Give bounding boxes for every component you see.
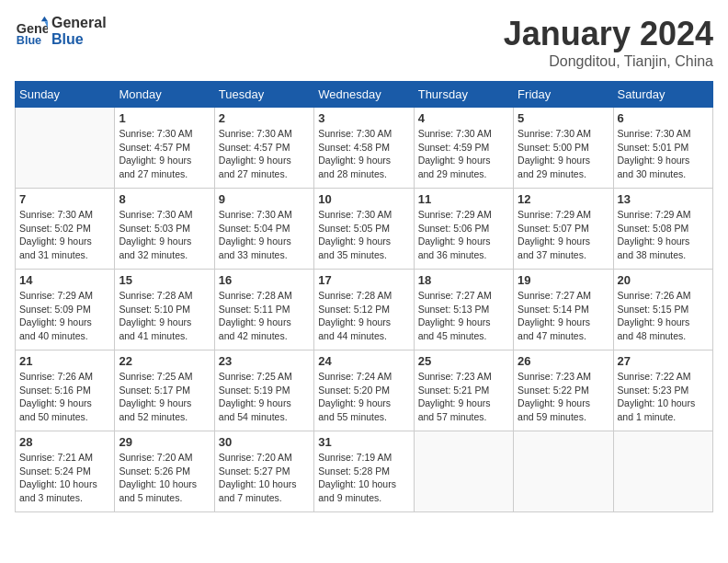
calendar-cell [613, 431, 712, 512]
cell-content: Sunrise: 7:20 AM Sunset: 5:27 PM Dayligh… [219, 451, 310, 505]
cell-content: Sunrise: 7:19 AM Sunset: 5:28 PM Dayligh… [318, 451, 409, 505]
calendar-cell: 12Sunrise: 7:29 AM Sunset: 5:07 PM Dayli… [514, 189, 613, 270]
calendar-cell: 30Sunrise: 7:20 AM Sunset: 5:27 PM Dayli… [214, 431, 313, 512]
calendar-cell: 24Sunrise: 7:24 AM Sunset: 5:20 PM Dayli… [314, 350, 414, 431]
cell-content: Sunrise: 7:30 AM Sunset: 5:00 PM Dayligh… [518, 127, 609, 181]
day-number: 1 [119, 111, 210, 125]
day-number: 4 [418, 111, 509, 125]
header-tuesday: Tuesday [214, 82, 313, 108]
logo-blue: Blue [51, 31, 107, 48]
day-number: 27 [618, 354, 709, 368]
day-number: 6 [618, 111, 709, 125]
cell-content: Sunrise: 7:23 AM Sunset: 5:21 PM Dayligh… [418, 370, 509, 424]
calendar-cell [16, 108, 115, 189]
cell-content: Sunrise: 7:30 AM Sunset: 4:57 PM Dayligh… [219, 127, 310, 181]
logo-icon: General Blue [15, 15, 48, 48]
day-number: 8 [119, 192, 210, 206]
calendar-cell: 29Sunrise: 7:20 AM Sunset: 5:26 PM Dayli… [115, 431, 214, 512]
day-number: 23 [219, 354, 310, 368]
day-number: 2 [219, 111, 310, 125]
calendar-cell: 26Sunrise: 7:23 AM Sunset: 5:22 PM Dayli… [514, 350, 613, 431]
location: Dongditou, Tianjin, China [504, 53, 713, 70]
day-number: 12 [518, 192, 609, 206]
day-number: 30 [219, 435, 310, 449]
cell-content: Sunrise: 7:30 AM Sunset: 5:03 PM Dayligh… [119, 208, 210, 262]
header-monday: Monday [115, 82, 214, 108]
header-wednesday: Wednesday [314, 82, 414, 108]
day-number: 11 [418, 192, 509, 206]
page-header: General Blue General Blue January 2024 D… [15, 15, 713, 70]
calendar-cell: 4Sunrise: 7:30 AM Sunset: 4:59 PM Daylig… [414, 108, 513, 189]
calendar-cell: 10Sunrise: 7:30 AM Sunset: 5:05 PM Dayli… [314, 189, 414, 270]
day-number: 16 [219, 273, 310, 287]
day-number: 24 [318, 354, 409, 368]
calendar-cell: 3Sunrise: 7:30 AM Sunset: 4:58 PM Daylig… [314, 108, 414, 189]
day-number: 14 [19, 273, 110, 287]
calendar-cell: 9Sunrise: 7:30 AM Sunset: 5:04 PM Daylig… [214, 189, 313, 270]
calendar-cell: 23Sunrise: 7:25 AM Sunset: 5:19 PM Dayli… [214, 350, 313, 431]
cell-content: Sunrise: 7:29 AM Sunset: 5:07 PM Dayligh… [518, 208, 609, 262]
calendar-cell: 25Sunrise: 7:23 AM Sunset: 5:21 PM Dayli… [414, 350, 513, 431]
calendar-cell: 5Sunrise: 7:30 AM Sunset: 5:00 PM Daylig… [514, 108, 613, 189]
calendar-cell [514, 431, 613, 512]
calendar-cell: 27Sunrise: 7:22 AM Sunset: 5:23 PM Dayli… [613, 350, 712, 431]
logo: General Blue General Blue [15, 15, 107, 48]
calendar-cell: 31Sunrise: 7:19 AM Sunset: 5:28 PM Dayli… [314, 431, 414, 512]
calendar-week-4: 21Sunrise: 7:26 AM Sunset: 5:16 PM Dayli… [16, 350, 713, 431]
calendar-cell: 13Sunrise: 7:29 AM Sunset: 5:08 PM Dayli… [613, 189, 712, 270]
day-number: 10 [318, 192, 409, 206]
calendar-table: SundayMondayTuesdayWednesdayThursdayFrid… [15, 81, 713, 512]
cell-content: Sunrise: 7:26 AM Sunset: 5:16 PM Dayligh… [19, 370, 110, 424]
cell-content: Sunrise: 7:29 AM Sunset: 5:06 PM Dayligh… [418, 208, 509, 262]
calendar-cell: 2Sunrise: 7:30 AM Sunset: 4:57 PM Daylig… [214, 108, 313, 189]
cell-content: Sunrise: 7:30 AM Sunset: 5:04 PM Dayligh… [219, 208, 310, 262]
day-number: 22 [119, 354, 210, 368]
day-number: 17 [318, 273, 409, 287]
day-number: 19 [518, 273, 609, 287]
cell-content: Sunrise: 7:28 AM Sunset: 5:11 PM Dayligh… [219, 289, 310, 343]
day-number: 29 [119, 435, 210, 449]
cell-content: Sunrise: 7:30 AM Sunset: 5:05 PM Dayligh… [318, 208, 409, 262]
calendar-cell: 28Sunrise: 7:21 AM Sunset: 5:24 PM Dayli… [16, 431, 115, 512]
cell-content: Sunrise: 7:30 AM Sunset: 4:59 PM Dayligh… [418, 127, 509, 181]
calendar-cell: 8Sunrise: 7:30 AM Sunset: 5:03 PM Daylig… [115, 189, 214, 270]
cell-content: Sunrise: 7:21 AM Sunset: 5:24 PM Dayligh… [19, 451, 110, 505]
day-number: 31 [318, 435, 409, 449]
cell-content: Sunrise: 7:30 AM Sunset: 5:01 PM Dayligh… [618, 127, 709, 181]
day-number: 7 [19, 192, 110, 206]
svg-text:Blue: Blue [17, 34, 41, 47]
day-number: 20 [618, 273, 709, 287]
calendar-cell: 17Sunrise: 7:28 AM Sunset: 5:12 PM Dayli… [314, 270, 414, 350]
cell-content: Sunrise: 7:28 AM Sunset: 5:12 PM Dayligh… [318, 289, 409, 343]
cell-content: Sunrise: 7:27 AM Sunset: 5:13 PM Dayligh… [418, 289, 509, 343]
cell-content: Sunrise: 7:30 AM Sunset: 4:57 PM Dayligh… [119, 127, 210, 181]
cell-content: Sunrise: 7:22 AM Sunset: 5:23 PM Dayligh… [618, 370, 709, 424]
calendar-cell: 21Sunrise: 7:26 AM Sunset: 5:16 PM Dayli… [16, 350, 115, 431]
calendar-week-1: 1Sunrise: 7:30 AM Sunset: 4:57 PM Daylig… [16, 108, 713, 189]
header-thursday: Thursday [414, 82, 513, 108]
cell-content: Sunrise: 7:26 AM Sunset: 5:15 PM Dayligh… [618, 289, 709, 343]
cell-content: Sunrise: 7:24 AM Sunset: 5:20 PM Dayligh… [318, 370, 409, 424]
cell-content: Sunrise: 7:25 AM Sunset: 5:17 PM Dayligh… [119, 370, 210, 424]
day-number: 28 [19, 435, 110, 449]
day-number: 5 [518, 111, 609, 125]
cell-content: Sunrise: 7:29 AM Sunset: 5:08 PM Dayligh… [618, 208, 709, 262]
month-title: January 2024 [504, 15, 713, 53]
calendar-week-5: 28Sunrise: 7:21 AM Sunset: 5:24 PM Dayli… [16, 431, 713, 512]
calendar-cell: 6Sunrise: 7:30 AM Sunset: 5:01 PM Daylig… [613, 108, 712, 189]
cell-content: Sunrise: 7:27 AM Sunset: 5:14 PM Dayligh… [518, 289, 609, 343]
cell-content: Sunrise: 7:23 AM Sunset: 5:22 PM Dayligh… [518, 370, 609, 424]
header-sunday: Sunday [16, 82, 115, 108]
day-number: 15 [119, 273, 210, 287]
calendar-cell: 22Sunrise: 7:25 AM Sunset: 5:17 PM Dayli… [115, 350, 214, 431]
day-number: 25 [418, 354, 509, 368]
title-section: January 2024 Dongditou, Tianjin, China [504, 15, 713, 70]
calendar-cell: 1Sunrise: 7:30 AM Sunset: 4:57 PM Daylig… [115, 108, 214, 189]
calendar-cell: 11Sunrise: 7:29 AM Sunset: 5:06 PM Dayli… [414, 189, 513, 270]
cell-content: Sunrise: 7:25 AM Sunset: 5:19 PM Dayligh… [219, 370, 310, 424]
day-number: 21 [19, 354, 110, 368]
cell-content: Sunrise: 7:30 AM Sunset: 4:58 PM Dayligh… [318, 127, 409, 181]
header-friday: Friday [514, 82, 613, 108]
logo-general: General [51, 15, 107, 31]
day-number: 3 [318, 111, 409, 125]
